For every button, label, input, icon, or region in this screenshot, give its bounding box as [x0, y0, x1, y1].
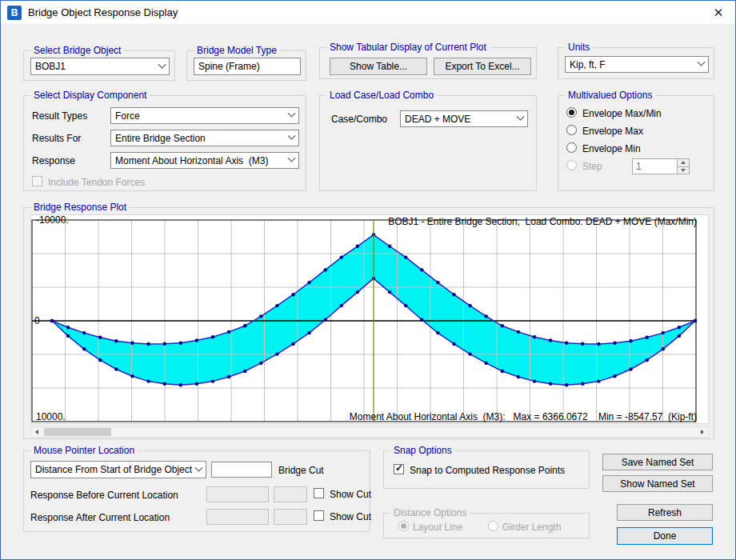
- envelope-min-label[interactable]: Envelope Min: [582, 143, 641, 154]
- show-table-button[interactable]: Show Table...: [330, 58, 427, 75]
- group-title-bridge-model-type: Bridge Model Type: [194, 44, 280, 57]
- chevron-down-icon: [158, 60, 166, 68]
- response-value: Moment About Horizontal Axis (M3): [115, 155, 268, 166]
- response-point: [356, 245, 359, 248]
- radio-envelope-min[interactable]: [566, 142, 577, 153]
- load-case-combo[interactable]: DEAD + MOVE: [400, 110, 528, 127]
- group-mouse-pointer: Mouse Pointer Location Distance From Sta…: [23, 450, 370, 532]
- plot-panel[interactable]: BOBJ1 - Entire Bridge Section, Load Comb…: [30, 214, 709, 424]
- y-axis-label-bottom: 10000.: [36, 412, 66, 422]
- envelope-max-label[interactable]: Envelope Max: [582, 126, 643, 137]
- group-bridge-model-type: Bridge Model Type Spine (Frame): [186, 50, 306, 81]
- results-for-label: Results For: [32, 133, 81, 144]
- response-plot-svg[interactable]: [31, 215, 708, 423]
- results-for-combo[interactable]: Entire Bridge Section: [110, 130, 299, 146]
- response-point: [98, 358, 102, 362]
- show-cut-before-label[interactable]: Show Cut: [330, 489, 371, 500]
- response-point: [646, 358, 649, 362]
- response-point: [565, 342, 568, 345]
- close-button[interactable]: ✕: [708, 3, 729, 22]
- response-point: [324, 268, 327, 271]
- snap-checkbox[interactable]: [394, 464, 404, 474]
- app-icon: B: [7, 6, 22, 20]
- response-point: [307, 281, 310, 284]
- export-excel-button[interactable]: Export To Excel...: [434, 58, 531, 75]
- snap-label[interactable]: Snap to Computed Response Points: [410, 465, 565, 476]
- response-point: [340, 255, 343, 258]
- group-title-units: Units: [565, 41, 593, 54]
- response-point: [436, 331, 439, 334]
- result-types-combo[interactable]: Force: [110, 107, 299, 124]
- response-point: [485, 314, 488, 318]
- bridge-model-type-field: Spine (Frame): [194, 58, 301, 75]
- response-point: [243, 324, 246, 327]
- group-title-multivalued: Multivalued Options: [565, 89, 655, 102]
- response-point: [404, 304, 407, 307]
- pointer-mode-combo[interactable]: Distance From Start of Bridge Object: [30, 461, 206, 478]
- radio-girder-length: [488, 521, 498, 531]
- chevron-down-icon: [288, 110, 296, 118]
- response-point: [82, 331, 86, 334]
- response-point: [581, 342, 584, 346]
- response-point: [259, 362, 262, 365]
- bridge-object-value: BOBJ1: [35, 61, 66, 72]
- response-point: [356, 290, 359, 294]
- response-point: [275, 304, 278, 307]
- chevron-down-icon: [288, 132, 296, 140]
- response-point: [613, 342, 616, 345]
- radio-layout-line: [398, 521, 409, 531]
- response-point: [324, 318, 327, 322]
- response-point: [678, 334, 681, 338]
- step-spinner: [677, 159, 689, 174]
- show-cut-after-checkbox[interactable]: [314, 510, 324, 521]
- response-point: [130, 374, 134, 378]
- step-label: Step: [582, 161, 602, 172]
- radio-envelope-max-min[interactable]: [566, 107, 577, 118]
- bridge-object-combo[interactable]: BOBJ1: [30, 58, 170, 75]
- response-point: [227, 375, 230, 378]
- show-cut-before-checkbox[interactable]: [314, 488, 324, 498]
- refresh-button[interactable]: Refresh: [617, 504, 713, 521]
- response-combo[interactable]: Moment About Horizontal Axis (M3): [110, 152, 299, 169]
- case-combo-label: Case/Combo: [331, 114, 387, 125]
- radio-step: [566, 160, 577, 170]
- response-point: [388, 290, 391, 294]
- response-point: [549, 382, 552, 386]
- envelope-max-min-label[interactable]: Envelope Max/Min: [582, 108, 662, 119]
- radio-envelope-max[interactable]: [566, 125, 577, 135]
- step-input: 1: [632, 158, 690, 174]
- done-button[interactable]: Done: [617, 527, 713, 545]
- show-cut-after-label[interactable]: Show Cut: [330, 511, 371, 522]
- scroll-thumb[interactable]: [44, 428, 111, 436]
- response-point: [243, 370, 246, 373]
- bridge-model-type-value: Spine (Frame): [198, 61, 260, 72]
- response-point: [468, 304, 471, 307]
- scroll-left-arrow[interactable]: [31, 427, 42, 437]
- response-point: [533, 335, 536, 338]
- scroll-right-arrow[interactable]: [697, 427, 708, 437]
- chevron-down-icon: [517, 113, 525, 121]
- response-point: [227, 330, 230, 334]
- response-point: [452, 293, 455, 296]
- response-point: [146, 379, 150, 382]
- group-multivalued: Multivalued Options Envelope Max/Min Env…: [558, 95, 714, 191]
- units-combo[interactable]: Kip, ft, F: [565, 56, 709, 73]
- y-axis-label-zero: 0: [34, 316, 40, 326]
- show-named-set-button[interactable]: Show Named Set: [602, 475, 713, 492]
- response-point: [82, 347, 86, 350]
- bridge-cut-input[interactable]: [211, 462, 272, 478]
- save-named-set-button[interactable]: Save Named Set: [602, 454, 713, 470]
- response-point: [662, 331, 665, 334]
- response-point: [388, 245, 391, 248]
- response-point: [307, 331, 310, 334]
- response-point: [533, 379, 536, 382]
- group-title-tabular-display: Show Tabular Display of Current Plot: [326, 41, 490, 54]
- plot-scrollbar[interactable]: [30, 426, 709, 438]
- group-select-bridge-object: Select Bridge Object BOBJ1: [23, 50, 175, 81]
- title-bar: B Bridge Object Response Display ✕: [1, 1, 735, 25]
- response-point: [98, 336, 102, 339]
- group-title-snap-options: Snap Options: [390, 444, 455, 457]
- response-point: [501, 370, 504, 373]
- response-before-label: Response Before Current Location: [30, 490, 178, 501]
- response-point: [130, 342, 134, 345]
